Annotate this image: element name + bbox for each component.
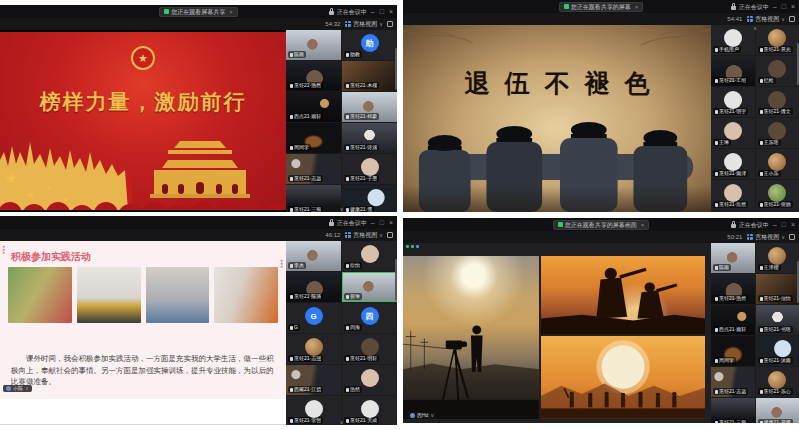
view-switcher[interactable]: 宫格视图 xyxy=(755,16,779,22)
participant-tile[interactable]: 烹饪21·子墨 xyxy=(342,154,397,184)
participant-tile[interactable]: 陈雨 xyxy=(286,30,341,60)
avatar-letter: 助 xyxy=(366,37,374,48)
participant-tile[interactable]: 烹饪21·梓豪 xyxy=(342,92,397,122)
minimize-button[interactable]: – xyxy=(370,8,376,15)
fullscreen-icon[interactable] xyxy=(789,234,795,240)
mic-icon xyxy=(715,328,718,332)
participant-tile[interactable]: 李 李同学 xyxy=(711,211,755,212)
participant-tile[interactable]: 陈雨 xyxy=(711,243,755,273)
sidebar-scrollbar[interactable] xyxy=(395,259,397,301)
mic-icon xyxy=(346,177,349,181)
fullscreen-icon[interactable] xyxy=(387,232,393,238)
close-button[interactable]: × xyxy=(388,219,394,226)
participant-tile[interactable]: 浩然 xyxy=(342,365,397,395)
fullscreen-icon[interactable] xyxy=(387,21,393,27)
sidebar-scrollbar[interactable] xyxy=(395,48,397,90)
participant-tile[interactable]: 烹饪21·博文 xyxy=(756,87,799,117)
close-button[interactable]: × xyxy=(388,8,394,15)
chevron-down-icon[interactable]: ∨ xyxy=(379,22,383,27)
maximize-button[interactable]: □ xyxy=(379,8,385,15)
close-button[interactable]: × xyxy=(790,221,796,228)
participant-tile[interactable]: 烹饪21·浩然 xyxy=(711,274,755,304)
chevron-down-icon[interactable]: ∨ xyxy=(781,235,785,240)
participant-tile[interactable]: 四 四海 xyxy=(342,303,397,333)
participant-name-pill: 烹饪21·梓豪 xyxy=(344,113,379,120)
participant-tile[interactable]: 烹饪21·佳怡 xyxy=(756,274,799,304)
record-indicator-icon xyxy=(406,245,409,248)
close-banner-icon[interactable]: × xyxy=(641,222,645,228)
close-button[interactable]: × xyxy=(790,3,796,10)
participant-tile[interactable]: 烹饪21·明轩 xyxy=(342,334,397,364)
scroll-down-icon[interactable]: ∨ xyxy=(340,206,344,212)
participant-tile[interactable]: 烹饪21·志强 xyxy=(286,334,341,364)
participant-name-pill: 烹饪21·书瑶 xyxy=(758,326,793,333)
participant-tile[interactable]: 烹饪21·乐心 xyxy=(756,367,799,397)
fullscreen-icon[interactable] xyxy=(789,16,795,22)
participant-tile[interactable]: 王泽楷 xyxy=(756,243,799,273)
scroll-down-icon[interactable]: ∨ xyxy=(340,419,344,425)
grid-view-icon xyxy=(345,21,351,27)
participant-tile[interactable]: 烹饪21·木槿 xyxy=(342,61,397,91)
participant-tile[interactable]: 烹饪21·志远 xyxy=(286,154,341,184)
participant-tile[interactable]: G G xyxy=(286,303,341,333)
maximize-button[interactable]: □ xyxy=(379,219,385,226)
participant-tile[interactable]: 烹饪21·俊驰 xyxy=(756,180,799,210)
view-switcher[interactable]: 宫格视图 xyxy=(353,232,377,238)
participant-tile[interactable]: 烹饪21·工组 xyxy=(711,56,755,86)
participant-tile[interactable]: 助 助教 xyxy=(342,30,397,60)
participant-tile[interactable]: 烹饪21·学智 xyxy=(286,396,341,425)
participant-tile[interactable]: 烹饪21·书瑶 xyxy=(756,305,799,335)
participant-tile[interactable]: 烹饪21·明宇 xyxy=(711,87,755,117)
chevron-down-icon[interactable]: ∨ xyxy=(430,413,434,418)
participant-tile[interactable]: 周同学 xyxy=(711,336,755,366)
participant-tile[interactable]: 曾琳 xyxy=(342,272,397,302)
participant-tile[interactable]: 手机用户 xyxy=(711,25,755,55)
mic-icon xyxy=(760,266,763,270)
participant-tile[interactable]: 烹饪21·三顺 xyxy=(286,185,341,212)
participant-tile[interactable]: 纪检 xyxy=(756,56,799,86)
participant-tile[interactable]: 周同学 xyxy=(286,123,341,153)
minimize-button[interactable]: – xyxy=(772,3,778,10)
participant-tile[interactable]: 烹饪21·三顺 xyxy=(711,398,755,423)
participant-tile[interactable]: 西藏21·江措 xyxy=(286,365,341,395)
participant-tile[interactable]: 烹饪21·沐雨 xyxy=(756,336,799,366)
participant-name-pill: 烹饪21·明轩 xyxy=(344,355,379,362)
minimize-button[interactable]: – xyxy=(370,219,376,226)
participant-tile[interactable]: 健康21·晨曦 xyxy=(756,398,799,423)
participant-tile[interactable]: 王琳 xyxy=(711,118,755,148)
view-switcher[interactable]: 宫格视图 xyxy=(353,21,377,27)
participant-tile[interactable]: 烹饪21·欣然 xyxy=(711,180,755,210)
participant-name: 健康21·雪 xyxy=(350,207,372,212)
participant-tile[interactable]: 烹饪21·志远 xyxy=(711,367,755,397)
chevron-down-icon[interactable]: ∨ xyxy=(781,17,785,22)
participant-name: 烹饪21·浩然 xyxy=(719,296,746,301)
participant-tile[interactable]: 健康21·雪 xyxy=(342,185,397,212)
chevron-down-icon[interactable]: ∨ xyxy=(379,233,383,238)
view-switcher[interactable]: 宫格视图 xyxy=(755,234,779,240)
close-banner-icon[interactable]: × xyxy=(229,9,233,15)
participant-tile[interactable]: 西点21·雨轩 xyxy=(286,92,341,122)
maximize-button[interactable]: □ xyxy=(781,3,787,10)
participant-tile[interactable]: 烹饪21·雨泽 xyxy=(711,149,755,179)
participant-name: 欣怡 xyxy=(350,263,360,268)
participant-tile[interactable]: 烹饪21·天成 xyxy=(342,396,397,425)
minimize-button[interactable]: – xyxy=(772,221,778,228)
close-banner-icon[interactable]: × xyxy=(635,4,639,10)
participant-tile[interactable]: 西点21·雨轩 xyxy=(711,305,755,335)
participant-tile[interactable]: 王小乐 xyxy=(756,149,799,179)
chevron-down-icon[interactable]: ∨ xyxy=(25,386,29,391)
participant-tile[interactable]: 烹饪21·天佑 xyxy=(756,211,799,212)
participant-tile[interactable]: 欣怡 xyxy=(342,241,397,271)
maximize-button[interactable]: □ xyxy=(781,221,787,228)
slide-title: 积极参加实践活动 xyxy=(11,250,91,264)
participant-name: 陈雨 xyxy=(719,265,729,270)
participant-tile[interactable]: 烹饪21·浩然 xyxy=(286,61,341,91)
photo-competition xyxy=(214,267,278,323)
participant-tile[interactable]: 烹饪21·晨光 xyxy=(756,25,799,55)
participant-tile[interactable]: 烹饪21·诗涵 xyxy=(342,123,397,153)
mic-icon xyxy=(290,264,293,268)
participant-tile[interactable]: 烹饪21·陈涛 xyxy=(286,272,341,302)
participant-tile[interactable]: 王乐瑶 xyxy=(756,118,799,148)
scroll-up-icon[interactable]: ∧ xyxy=(753,25,757,31)
participant-tile[interactable]: 李杰 xyxy=(286,241,341,271)
